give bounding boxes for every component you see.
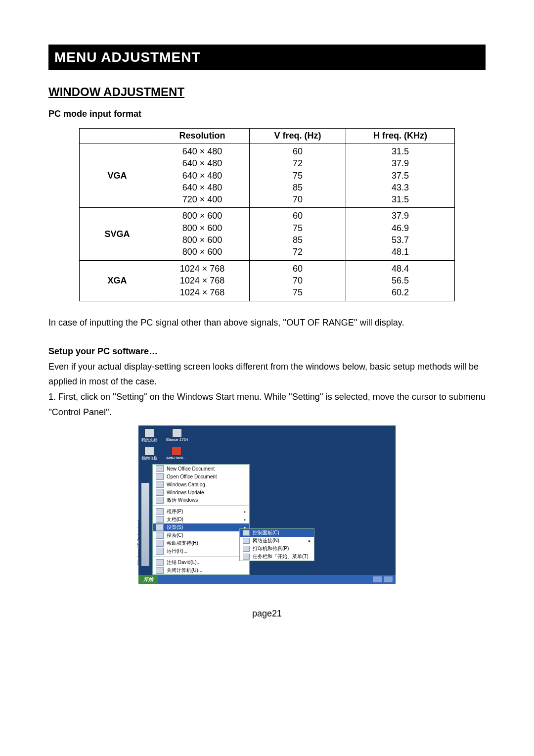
start-menu-item-help[interactable]: 帮助和支持(H) bbox=[153, 539, 249, 547]
table-row: SVGA 800 × 600 800 × 600 800 × 600 800 ×… bbox=[80, 208, 455, 260]
start-menu-item[interactable]: Windows Catalog bbox=[153, 480, 249, 488]
start-menu-item[interactable]: Windows Update bbox=[153, 488, 249, 496]
modes-table: Resolution V freq. (Hz) H freq. (KHz) VG… bbox=[79, 128, 455, 301]
computer-icon bbox=[144, 447, 154, 456]
folder-icon bbox=[172, 428, 182, 437]
programs-icon bbox=[156, 508, 164, 515]
help-icon bbox=[156, 540, 164, 547]
chevron-right-icon: ▸ bbox=[309, 538, 311, 543]
th-vfreq: V freq. (Hz) bbox=[250, 129, 346, 143]
th-hfreq: H freq. (KHz) bbox=[346, 129, 454, 143]
logoff-icon bbox=[156, 559, 164, 566]
desktop-icons-row: 我的文档 Elance 1734 bbox=[138, 425, 396, 444]
page-number: page21 bbox=[48, 609, 486, 619]
submenu-item-control-panel[interactable]: 控制面板(C) bbox=[240, 529, 314, 537]
desktop-icons-row: 我的电脑 Anti-Hack... bbox=[138, 444, 396, 462]
desktop-icon[interactable]: 我的电脑 bbox=[141, 447, 157, 461]
cell: 31.5 37.9 37.5 43.3 31.5 bbox=[346, 143, 454, 208]
cell: 60 70 75 bbox=[250, 260, 346, 301]
submenu-item-taskbar[interactable]: 任务栏和「开始」菜单(T) bbox=[240, 553, 314, 561]
system-tray bbox=[373, 576, 396, 582]
start-menu-item[interactable]: New Office Document bbox=[153, 465, 249, 472]
tray-icon[interactable] bbox=[384, 576, 393, 582]
cell: 640 × 480 640 × 480 640 × 480 640 × 480 … bbox=[155, 143, 250, 208]
group-label-svga: SVGA bbox=[80, 208, 155, 260]
doc-icon bbox=[156, 473, 164, 480]
start-menu-item-documents[interactable]: 文档(D)▸ bbox=[153, 516, 249, 523]
start-menu-item-programs[interactable]: 程序(P)▸ bbox=[153, 508, 249, 516]
printer-icon bbox=[243, 546, 250, 552]
cell: 800 × 600 800 × 600 800 × 600 800 × 600 bbox=[155, 208, 250, 260]
taskbar: 开始 bbox=[138, 575, 396, 584]
network-icon bbox=[243, 538, 250, 544]
start-menu-item-run[interactable]: 运行(R)... bbox=[153, 547, 249, 555]
folder-icon bbox=[144, 428, 154, 437]
update-icon bbox=[156, 489, 164, 496]
cell: 37.9 46.9 53.7 48.1 bbox=[346, 208, 454, 260]
cell: 60 75 85 72 bbox=[250, 208, 346, 260]
paragraph-setup-intro: Even if your actual display-setting scre… bbox=[48, 359, 486, 389]
cell: 48.4 56.5 60.2 bbox=[346, 260, 454, 301]
cell: 1024 × 768 1024 × 768 1024 × 768 bbox=[155, 260, 250, 301]
key-icon bbox=[156, 497, 164, 504]
catalog-icon bbox=[156, 481, 164, 488]
start-menu-item-logoff[interactable]: 注销 David(L)... bbox=[153, 559, 249, 567]
group-label-xga: XGA bbox=[80, 260, 155, 301]
th-resolution: Resolution bbox=[155, 129, 250, 143]
start-menu-item[interactable]: 激活 Windows bbox=[153, 496, 249, 504]
th-empty bbox=[80, 129, 155, 143]
desktop-icon[interactable]: Anti-Hack... bbox=[166, 447, 186, 461]
settings-submenu: 控制面板(C) 网络连接(N)▸ 打印机和传真(P) 任务栏和「开始」菜单(T) bbox=[239, 528, 314, 561]
paragraph-step1: 1. First, click on ''Setting'' on the Wi… bbox=[48, 389, 486, 420]
shutdown-icon bbox=[156, 567, 164, 574]
page-heading-bar: MENU ADJUSTMENT bbox=[48, 45, 486, 70]
start-menu-item-search[interactable]: 搜索(C)▸ bbox=[153, 531, 249, 539]
start-menu-side-bar bbox=[141, 483, 149, 566]
control-panel-icon bbox=[243, 530, 250, 536]
run-icon bbox=[156, 548, 164, 555]
start-menu-side-text: Windows XP Professional bbox=[136, 520, 141, 565]
start-menu-item-settings[interactable]: 设置(S)▸ bbox=[153, 523, 249, 531]
taskbar-settings-icon bbox=[243, 554, 250, 560]
desktop-icon[interactable]: Elance 1734 bbox=[166, 428, 188, 443]
chevron-right-icon: ▸ bbox=[244, 509, 246, 514]
cell: 60 72 75 85 70 bbox=[250, 143, 346, 208]
table-row: XGA 1024 × 768 1024 × 768 1024 × 768 60 … bbox=[80, 260, 455, 301]
setup-heading: Setup your PC software… bbox=[48, 344, 486, 359]
table-row: VGA 640 × 480 640 × 480 640 × 480 640 × … bbox=[80, 143, 455, 208]
search-icon bbox=[156, 532, 164, 539]
paragraph-out-of-range: In case of inputting the PC signal other… bbox=[48, 315, 486, 331]
doc-icon bbox=[156, 465, 164, 472]
page-heading-text: MENU ADJUSTMENT bbox=[54, 49, 201, 65]
table-header-row: Resolution V freq. (Hz) H freq. (KHz) bbox=[80, 129, 455, 143]
windows-screenshot: 我的文档 Elance 1734 我的电脑 Anti-Hack... Windo… bbox=[138, 425, 396, 584]
start-menu-item-shutdown[interactable]: 关闭计算机(U)... bbox=[153, 567, 249, 574]
group-label-vga: VGA bbox=[80, 143, 155, 208]
section-heading: WINDOW ADJUSTMENT bbox=[48, 85, 486, 99]
start-button[interactable]: 开始 bbox=[138, 575, 158, 584]
documents-icon bbox=[156, 516, 164, 523]
chevron-right-icon: ▸ bbox=[244, 517, 246, 522]
star-icon bbox=[172, 447, 181, 456]
start-menu: New Office Document Open Office Document… bbox=[152, 464, 250, 575]
subheading: PC mode input format bbox=[48, 109, 486, 119]
submenu-item-printers[interactable]: 打印机和传真(P) bbox=[240, 545, 314, 553]
tray-icon[interactable] bbox=[373, 576, 382, 582]
settings-icon bbox=[156, 524, 164, 531]
desktop-icon[interactable]: 我的文档 bbox=[141, 428, 157, 443]
submenu-item-network[interactable]: 网络连接(N)▸ bbox=[240, 537, 314, 545]
start-menu-item[interactable]: Open Office Document bbox=[153, 472, 249, 480]
